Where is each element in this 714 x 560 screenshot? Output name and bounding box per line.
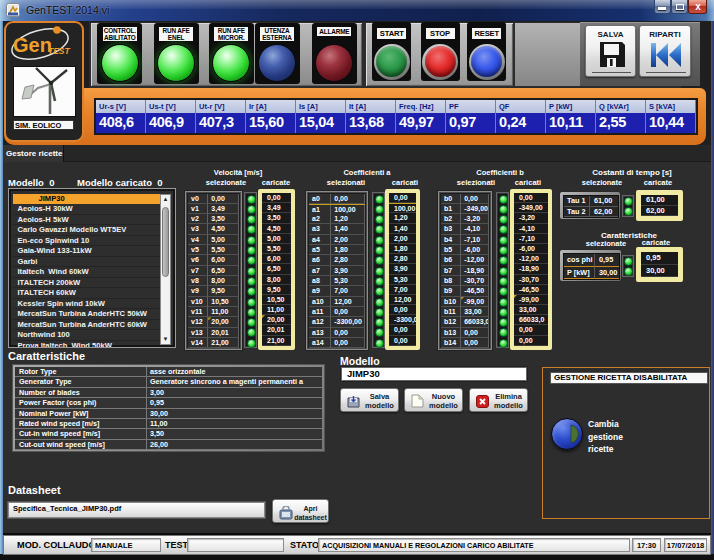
svg-text:Gen: Gen — [13, 34, 52, 56]
svg-text:TEST: TEST — [48, 46, 71, 56]
